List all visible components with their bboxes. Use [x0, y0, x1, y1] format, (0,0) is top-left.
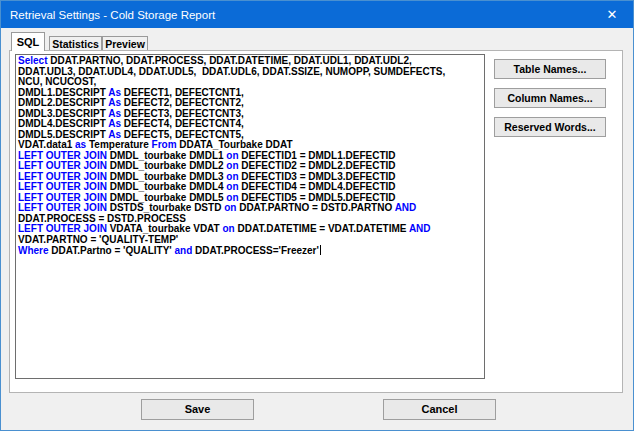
sql-text: DEFECT5, DEFECTCNT5, [121, 129, 244, 140]
sql-keyword: LEFT OUTER JOIN [18, 223, 107, 234]
sql-text: VDAT.PARTNO = 'QUALITY-TEMP' [18, 234, 178, 245]
sql-text: VDAT.data1 [18, 139, 75, 150]
sql-text: DEFECT3, DEFECTCNT3, [121, 108, 244, 119]
sql-keyword: on [226, 181, 238, 192]
sql-text: NCU, NCUCOST, [18, 76, 96, 87]
sql-keyword: LEFT OUTER JOIN [18, 192, 107, 203]
sql-text: DEFECTID1 = DMDL1.DEFECTID [239, 150, 396, 161]
sql-keyword: As [108, 97, 121, 108]
sql-text: DMDL_tourbake DMDL4 [107, 181, 226, 192]
text-caret [320, 245, 321, 255]
sql-keyword: Select [18, 55, 47, 66]
sql-keyword: As [108, 87, 121, 98]
sql-keyword: on [226, 192, 238, 203]
save-button[interactable]: Save [141, 399, 254, 420]
cancel-button[interactable]: Cancel [383, 399, 496, 420]
tab-page-sql: Select DDAT.PARTNO, DDAT.PROCESS, DDAT.D… [9, 50, 623, 393]
sql-keyword: on [226, 160, 238, 171]
sql-keyword: AND [395, 202, 417, 213]
reserved-words-button[interactable]: Reserved Words... [494, 117, 606, 137]
sql-keyword: LEFT OUTER JOIN [18, 181, 107, 192]
sql-keyword: on [226, 171, 238, 182]
sql-keyword: From [152, 139, 177, 150]
table-names-button[interactable]: Table Names... [494, 59, 606, 79]
sql-text: DMDL1.DESCRIPT [18, 87, 108, 98]
tab-preview[interactable]: Preview [102, 36, 148, 51]
sql-text: DDAT.PARTNO = DSTD.PARTNO [236, 202, 394, 213]
sql-text: DMDL_tourbake DMDL1 [107, 150, 226, 161]
sql-text: VDATA_tourbake VDAT [107, 223, 223, 234]
sql-keyword: on [222, 223, 234, 234]
sql-keyword: As [108, 118, 121, 129]
sql-text: DEFECTID2 = DMDL2.DEFECTID [239, 160, 396, 171]
sql-editor[interactable]: Select DDAT.PARTNO, DDAT.PROCESS, DDAT.D… [15, 54, 485, 379]
sql-keyword: and [175, 245, 193, 256]
sql-text: DEFECTID4 = DMDL4.DEFECTID [239, 181, 396, 192]
sql-keyword: Where [18, 245, 49, 256]
sql-keyword: LEFT OUTER JOIN [18, 160, 107, 171]
sql-keyword: on [224, 202, 236, 213]
sql-text: DMDL_tourbake DMDL5 [107, 192, 226, 203]
sql-text: DDAT.UDL3, DDAT.UDL4, DDAT.UDL5, DDAT.UD… [18, 66, 445, 77]
sql-text: DEFECTID5 = DMDL5.DEFECTID [239, 192, 396, 203]
sql-text: DDATA_Tourbake DDAT [177, 139, 293, 150]
close-icon[interactable]: ✕ [591, 1, 633, 28]
sql-line: Where DDAT.Partno = 'QUALITY' and DDAT.P… [18, 245, 482, 257]
sql-text: DSTDS_tourbake DSTD [107, 202, 224, 213]
window-title: Retrieval Settings - Cold Storage Report [1, 9, 591, 21]
sql-line: VDAT.PARTNO = 'QUALITY-TEMP' [18, 235, 482, 246]
tab-statistics[interactable]: Statistics [49, 36, 102, 51]
sql-keyword: on [226, 150, 238, 161]
sql-text: DMDL4.DESCRIPT [18, 118, 108, 129]
sql-text: DEFECT2, DEFECTCNT2, [121, 97, 244, 108]
sql-text: DMDL_tourbake DMDL2 [107, 160, 226, 171]
sql-text: DDAT.PROCESS='Freezer' [192, 245, 319, 256]
sql-keyword: AND [409, 223, 431, 234]
sql-text: DEFECTID3 = DMDL3.DEFECTID [239, 171, 396, 182]
sql-text: DDAT.Partno = 'QUALITY' [49, 245, 175, 256]
dialog-window: Retrieval Settings - Cold Storage Report… [0, 0, 634, 431]
tab-sql[interactable]: SQL [11, 32, 45, 51]
sql-keyword: LEFT OUTER JOIN [18, 202, 107, 213]
titlebar: Retrieval Settings - Cold Storage Report… [1, 1, 633, 28]
sql-text: Temperature [86, 139, 151, 150]
sql-text: DEFECT4, DEFECTCNT4, [121, 118, 244, 129]
sql-text: DDAT.PARTNO, DDAT.PROCESS, DDAT.DATETIME… [47, 55, 411, 66]
sql-text: DMDL5.DESCRIPT [18, 129, 108, 140]
sql-keyword: LEFT OUTER JOIN [18, 150, 107, 161]
sql-keyword: As [108, 129, 121, 140]
sql-keyword: LEFT OUTER JOIN [18, 171, 107, 182]
sql-text: DDAT.PROCESS = DSTD.PROCESS [18, 213, 186, 224]
sql-text: DDAT.DATETIME = VDAT.DATETIME [235, 223, 409, 234]
sql-text: DEFECT1, DEFECTCNT1, [121, 87, 244, 98]
column-names-button[interactable]: Column Names... [494, 88, 606, 108]
sql-keyword: as [75, 139, 86, 150]
sql-keyword: As [108, 108, 121, 119]
sql-text: DMDL_tourbake DMDL3 [107, 171, 226, 182]
sql-text: DMDL3.DESCRIPT [18, 108, 108, 119]
sql-text: DMDL2.DESCRIPT [18, 97, 108, 108]
